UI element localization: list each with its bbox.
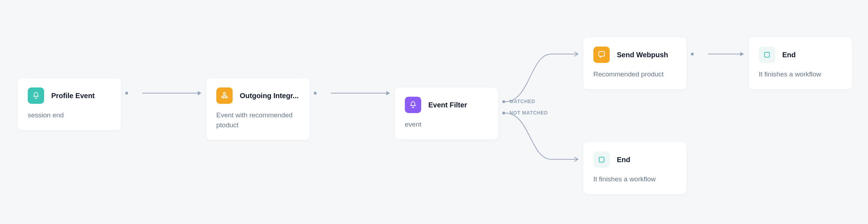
webhook-icon [216,87,233,104]
connector-dot [314,92,317,95]
arrow [331,93,390,94]
node-title: End [782,51,796,59]
bell-icon [405,97,421,113]
connector-curve-not-matched [505,113,583,166]
square-icon [593,151,610,168]
connector-dot-not-matched [502,112,505,114]
connector-dot [125,92,128,95]
node-send-webpush[interactable]: Send Webpush Recommended product [583,37,687,89]
node-subtitle: It finishes a workflow [593,174,677,184]
connector-curve-matched [505,50,583,107]
chat-icon [593,47,610,63]
node-profile-event[interactable]: Profile Event session end [18,78,121,130]
workflow-canvas[interactable]: Profile Event session end Outgoing Integ… [0,0,868,224]
node-title: End [617,156,630,164]
square-icon [759,47,775,63]
bell-icon [28,87,44,104]
node-subtitle: event [405,119,488,129]
node-subtitle: Event with recommended ptoduct [216,110,300,130]
arrow [142,93,201,94]
connector-dot-matched [502,100,505,103]
node-subtitle: It finishes a workflow [759,69,842,79]
node-title: Profile Event [51,92,95,100]
node-event-filter[interactable]: Event Filter event [395,87,498,139]
node-outgoing-integration[interactable]: Outgoing Integr... Event with recommende… [206,78,309,140]
node-end-top[interactable]: End It finishes a workflow [749,37,852,89]
node-title: Outgoing Integr... [240,92,299,100]
arrow [708,54,743,54]
connector-dot [691,53,694,55]
node-end-bottom[interactable]: End It finishes a workflow [583,142,687,194]
node-subtitle: session end [28,110,111,120]
node-title: Send Webpush [617,51,668,59]
node-subtitle: Recommended product [593,69,677,79]
node-title: Event Filter [428,101,467,109]
